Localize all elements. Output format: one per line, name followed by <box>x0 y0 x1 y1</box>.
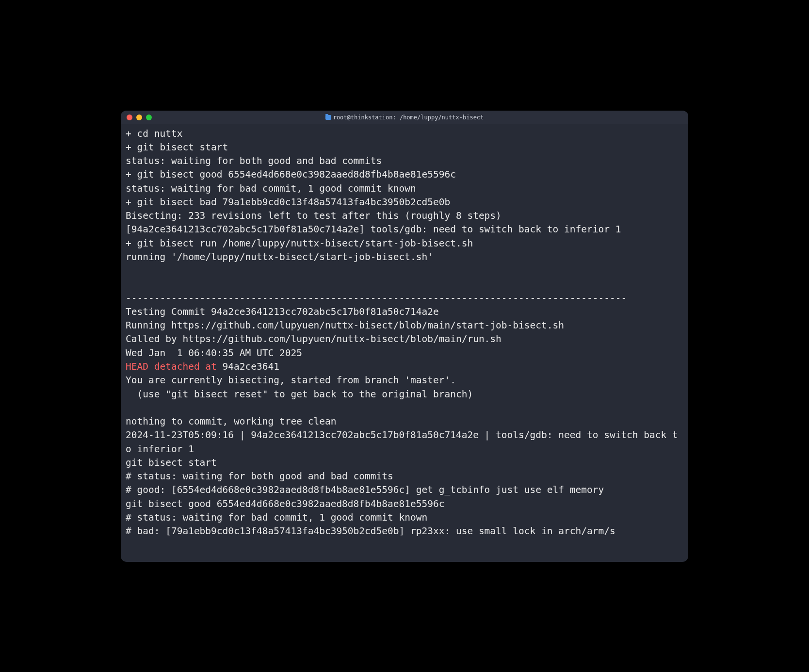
title-label: root@thinkstation: /home/luppy/nuttx-bis… <box>333 114 484 121</box>
maximize-icon[interactable] <box>146 115 152 120</box>
traffic-lights <box>127 115 152 120</box>
minimize-icon[interactable] <box>136 115 142 120</box>
window-title: root@thinkstation: /home/luppy/nuttx-bis… <box>121 114 688 121</box>
terminal-window: root@thinkstation: /home/luppy/nuttx-bis… <box>121 111 688 562</box>
titlebar: root@thinkstation: /home/luppy/nuttx-bis… <box>121 111 688 124</box>
folder-icon <box>325 115 331 120</box>
close-icon[interactable] <box>127 115 132 120</box>
terminal-output[interactable]: + cd nuttx + git bisect start status: wa… <box>121 124 688 562</box>
